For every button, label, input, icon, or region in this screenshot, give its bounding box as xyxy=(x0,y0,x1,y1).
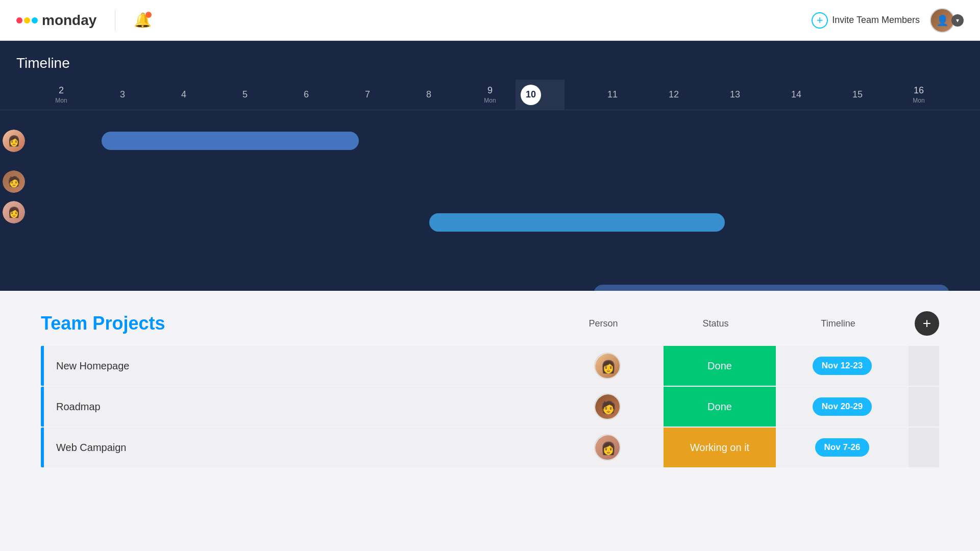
date-col-15: 15 xyxy=(827,89,888,100)
person-avatar-2: 🧑 xyxy=(594,393,621,420)
header-divider xyxy=(115,10,115,31)
person-avatar-3: 👩 xyxy=(594,434,621,461)
col-header-person: Person xyxy=(547,318,659,329)
date-col-14: 14 xyxy=(766,89,827,100)
table-row: Web Campaign 👩 Working on it Nov 7-26 xyxy=(41,428,939,467)
date-header: 2 Mon 3 4 5 6 7 8 9 Mon 10 11 12 13 14 1… xyxy=(0,80,980,110)
logo-dots xyxy=(16,17,38,23)
status-cell-2[interactable]: Done xyxy=(664,387,776,427)
table-title: Team Projects xyxy=(41,313,547,334)
user-menu-chevron[interactable]: ▾ xyxy=(951,14,964,27)
status-cell-3[interactable]: Working on it xyxy=(664,428,776,467)
status-badge-working: Working on it xyxy=(664,428,776,467)
timeline-cell-1: Nov 12-23 xyxy=(776,346,909,386)
timeline-row-1: 👩 xyxy=(31,120,949,161)
logo-dot-yellow xyxy=(24,17,30,23)
logo-area: monday 🔔 xyxy=(16,10,152,31)
timeline-bars: 👩 🧑 👩 xyxy=(0,110,980,284)
date-col-6: 6 xyxy=(276,89,337,100)
timeline-row-3: 👩 xyxy=(31,192,949,233)
table-row: New Homepage 👩 Done Nov 12-23 xyxy=(41,346,939,386)
date-col-16: 16 Mon xyxy=(888,85,949,104)
project-name: Web Campaign xyxy=(44,428,551,467)
project-name: Roadmap xyxy=(44,387,551,427)
timeline-pill-3[interactable]: Nov 7-26 xyxy=(815,438,870,457)
user-avatar: 👤 xyxy=(930,8,954,33)
date-col-12: 12 xyxy=(643,89,704,100)
timeline-avatar-3: 👩 xyxy=(3,201,25,223)
row-person-cell: 🧑 xyxy=(551,387,664,427)
date-col-3: 3 xyxy=(92,89,153,100)
row-action-3 xyxy=(909,428,939,467)
invite-plus-icon: + xyxy=(812,12,828,29)
date-col-9: 9 Mon xyxy=(459,85,521,104)
status-cell-1[interactable]: Done xyxy=(664,346,776,386)
app-header: monday 🔔 + Invite Team Members 👤 ▾ xyxy=(0,0,980,41)
invite-team-button[interactable]: + Invite Team Members xyxy=(812,12,920,29)
timeline-section: Timeline 2 Mon 3 4 5 6 7 8 9 Mon 10 11 1… xyxy=(0,41,980,291)
date-col-7: 7 xyxy=(337,89,398,100)
date-col-8: 8 xyxy=(398,89,459,100)
timeline-cell-2: Nov 20-29 xyxy=(776,387,909,427)
row-person-cell: 👩 xyxy=(551,428,664,467)
projects-table-section: Team Projects Person Status Timeline + N… xyxy=(0,291,980,467)
timeline-title: Timeline xyxy=(0,41,980,80)
table-header: Team Projects Person Status Timeline + xyxy=(41,311,939,336)
status-badge-done: Done xyxy=(664,346,776,386)
row-action-2 xyxy=(909,387,939,427)
date-col-11: 11 xyxy=(582,89,643,100)
column-headers: Person Status Timeline + xyxy=(547,311,939,336)
person-avatar-1: 👩 xyxy=(594,353,621,379)
date-col-2: 2 Mon xyxy=(31,85,92,104)
date-col-4: 4 xyxy=(153,89,214,100)
header-right: + Invite Team Members 👤 ▾ xyxy=(812,8,964,33)
col-header-timeline: Timeline xyxy=(772,318,904,329)
user-menu[interactable]: 👤 ▾ xyxy=(930,8,964,33)
row-action-1 xyxy=(909,346,939,386)
project-name: New Homepage xyxy=(44,346,551,386)
add-row-button[interactable]: + xyxy=(915,311,939,336)
logo: monday xyxy=(16,12,96,29)
date-col-5: 5 xyxy=(214,89,276,100)
today-circle: 10 xyxy=(521,85,541,105)
timeline-pill-1[interactable]: Nov 12-23 xyxy=(813,357,872,375)
timeline-avatar-1: 👩 xyxy=(3,130,25,152)
logo-dot-blue xyxy=(32,17,38,23)
timeline-avatar-2: 🧑 xyxy=(3,170,25,193)
table-row: Roadmap 🧑 Done Nov 20-29 xyxy=(41,387,939,427)
notifications-button[interactable]: 🔔 xyxy=(134,12,152,29)
user-avatar-img: 👤 xyxy=(931,9,953,32)
row-person-cell: 👩 xyxy=(551,346,664,386)
logo-dot-red xyxy=(16,17,22,23)
project-table: New Homepage 👩 Done Nov 12-23 Roadmap xyxy=(41,346,939,467)
date-col-13: 13 xyxy=(704,89,766,100)
gantt-bar-3[interactable] xyxy=(594,285,949,291)
status-badge-done-2: Done xyxy=(664,387,776,427)
invite-label: Invite Team Members xyxy=(832,15,920,26)
date-col-10-today: 10 xyxy=(521,85,582,105)
gantt-bar-1[interactable] xyxy=(102,132,359,150)
logo-text: monday xyxy=(42,12,96,29)
timeline-pill-2[interactable]: Nov 20-29 xyxy=(813,397,872,416)
timeline-cell-3: Nov 7-26 xyxy=(776,428,909,467)
col-header-status: Status xyxy=(659,318,772,329)
